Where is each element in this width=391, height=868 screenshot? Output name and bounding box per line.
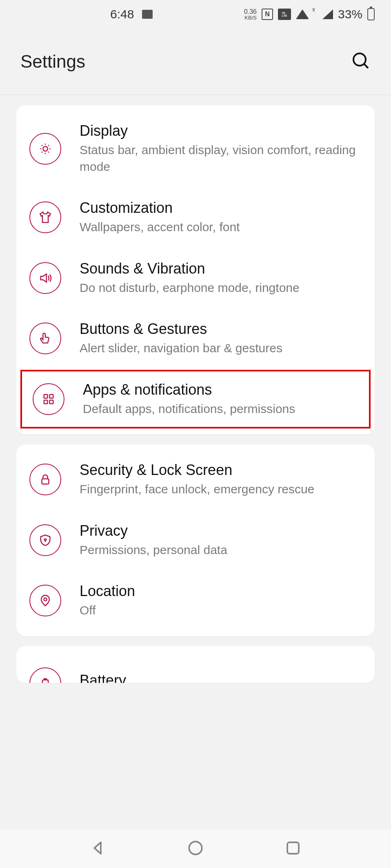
shield-icon <box>29 524 61 556</box>
battery-percent: 33% <box>338 7 362 21</box>
back-icon[interactable] <box>89 839 107 858</box>
svg-line-1 <box>364 64 368 68</box>
settings-item-battery[interactable]: Battery <box>16 654 375 683</box>
settings-group-3: Battery <box>16 646 375 683</box>
settings-item-title: Location <box>80 583 135 600</box>
speaker-icon <box>29 262 61 294</box>
page-title: Settings <box>20 51 85 72</box>
settings-item-title: Display <box>80 122 362 139</box>
battery-item-icon <box>29 667 61 683</box>
navigation-bar <box>0 829 391 868</box>
settings-item-subtitle: Fingerprint, face unlock, emergency resc… <box>80 481 314 498</box>
settings-group-1: Display Status bar, ambient display, vis… <box>16 105 375 434</box>
search-icon[interactable] <box>351 51 371 72</box>
header: Settings <box>0 29 391 95</box>
settings-item-sounds[interactable]: Sounds & Vibration Do not disturb, earph… <box>16 248 375 309</box>
brightness-icon <box>29 133 61 165</box>
data-rate-icon: 0.36 KB/S <box>244 9 257 20</box>
settings-item-subtitle: Default apps, notifications, permissions <box>83 401 295 417</box>
svg-point-2 <box>43 146 47 151</box>
svg-rect-4 <box>50 395 53 398</box>
settings-item-apps[interactable]: Apps & notifications Default apps, notif… <box>20 369 371 430</box>
svg-rect-6 <box>50 400 53 404</box>
settings-item-title: Security & Lock Screen <box>80 462 314 479</box>
settings-item-buttons[interactable]: Buttons & Gestures Alert slider, navigat… <box>16 308 375 369</box>
location-pin-icon <box>29 585 61 616</box>
svg-rect-5 <box>44 400 48 404</box>
picture-icon <box>142 10 153 19</box>
volte-icon: VoLTE <box>278 9 291 20</box>
settings-group-2: Security & Lock Screen Fingerprint, face… <box>16 444 375 636</box>
settings-item-subtitle: Wallpapers, accent color, font <box>80 219 240 236</box>
settings-item-title: Battery <box>80 672 126 683</box>
svg-point-8 <box>44 539 46 540</box>
battery-icon <box>367 8 375 20</box>
settings-item-title: Apps & notifications <box>83 381 295 398</box>
settings-item-display[interactable]: Display Status bar, ambient display, vis… <box>16 110 375 187</box>
settings-item-subtitle: Status bar, ambient display, vision comf… <box>80 142 362 175</box>
settings-item-customization[interactable]: Customization Wallpapers, accent color, … <box>16 187 375 248</box>
svg-point-0 <box>353 53 366 66</box>
svg-point-9 <box>44 598 47 601</box>
svg-rect-3 <box>44 395 48 398</box>
settings-item-title: Sounds & Vibration <box>80 260 300 277</box>
divider <box>0 95 391 95</box>
svg-point-11 <box>189 841 202 855</box>
status-bar: 6:48 0.36 KB/S N VoLTE x 33% <box>0 0 391 29</box>
settings-item-subtitle: Do not disturb, earphone mode, ringtone <box>80 280 300 296</box>
cell-x-icon: x <box>312 6 315 13</box>
apps-grid-icon <box>33 383 64 415</box>
status-time: 6:48 <box>110 7 134 21</box>
recent-icon[interactable] <box>284 839 302 858</box>
settings-item-subtitle: Permissions, personal data <box>80 542 227 559</box>
settings-item-title: Privacy <box>80 522 227 539</box>
settings-item-title: Buttons & Gestures <box>80 320 282 338</box>
settings-item-title: Customization <box>80 199 240 216</box>
settings-item-subtitle: Alert slider, navigation bar & gestures <box>80 340 282 357</box>
home-icon[interactable] <box>187 839 204 858</box>
shirt-icon <box>29 201 61 233</box>
wifi-icon <box>296 9 309 19</box>
svg-rect-7 <box>42 479 49 484</box>
touch-icon <box>29 322 61 354</box>
settings-item-location[interactable]: Location Off <box>16 570 375 631</box>
cell-signal-icon <box>322 9 333 19</box>
settings-item-security[interactable]: Security & Lock Screen Fingerprint, face… <box>16 449 375 510</box>
nfc-icon: N <box>262 9 273 20</box>
svg-rect-12 <box>287 842 299 854</box>
lock-icon <box>29 464 61 495</box>
settings-item-privacy[interactable]: Privacy Permissions, personal data <box>16 510 375 571</box>
settings-item-subtitle: Off <box>80 602 135 619</box>
